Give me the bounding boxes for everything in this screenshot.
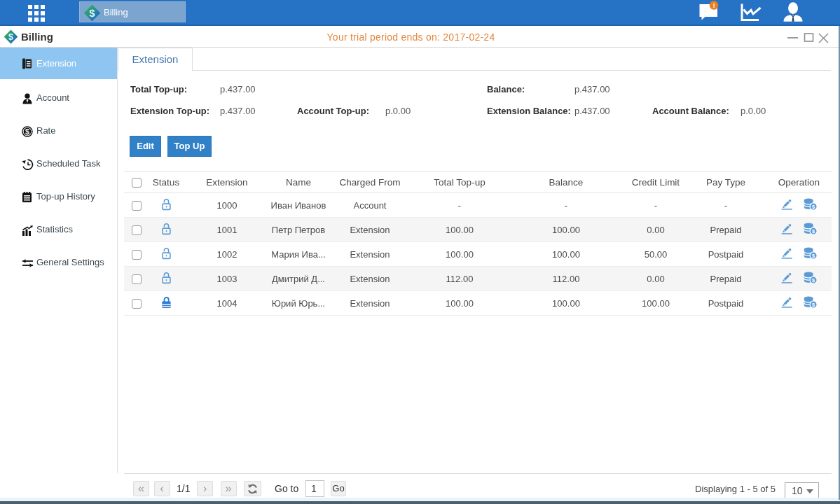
svg-text:!: ! (712, 1, 715, 9)
svg-text:$: $ (25, 127, 29, 136)
svg-text:$: $ (89, 7, 95, 19)
